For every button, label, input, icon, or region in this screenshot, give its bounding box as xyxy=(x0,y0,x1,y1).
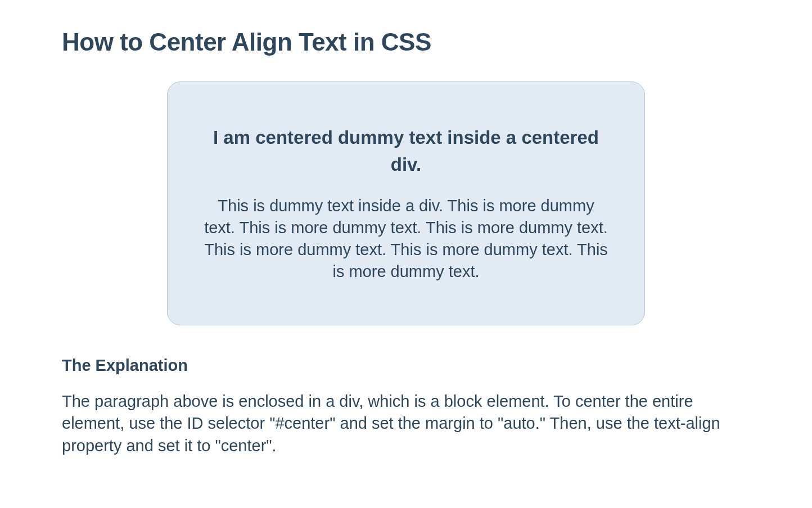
box-body-text: This is dummy text inside a div. This is… xyxy=(201,195,611,283)
explanation-body: The paragraph above is enclosed in a div… xyxy=(62,391,750,456)
box-heading: I am centered dummy text inside a center… xyxy=(201,124,611,178)
centered-demo-box: I am centered dummy text inside a center… xyxy=(167,81,645,325)
explanation-heading: The Explanation xyxy=(62,356,750,375)
page-title: How to Center Align Text in CSS xyxy=(62,28,750,56)
